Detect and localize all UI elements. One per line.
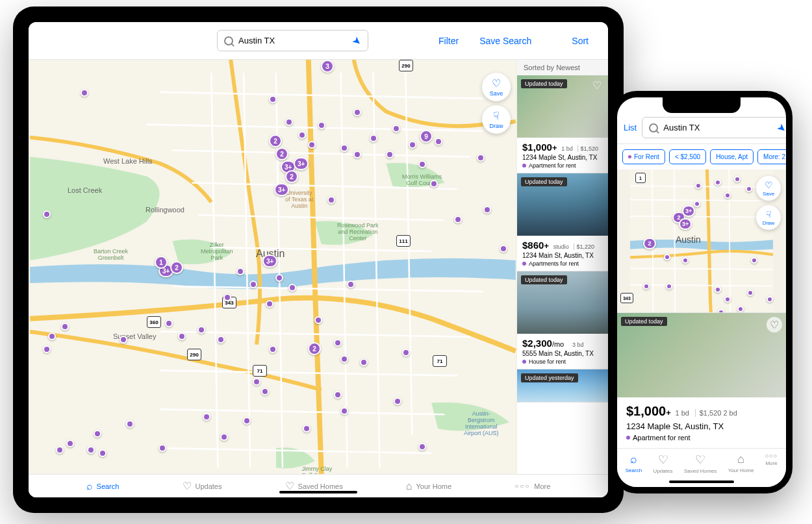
map-pin[interactable] (269, 95, 277, 103)
map-cluster[interactable]: 3 (321, 60, 334, 73)
map-pin[interactable] (269, 345, 277, 353)
nav-your-home[interactable]: ⌂Your Home (406, 480, 451, 492)
map-pin[interactable] (418, 160, 426, 168)
map-save-button[interactable]: ♡ Save (482, 73, 511, 101)
map-pin[interactable] (66, 440, 74, 447)
map-pin[interactable] (694, 201, 700, 207)
filter-button[interactable]: Filter (432, 36, 465, 46)
map-pin[interactable] (751, 257, 757, 264)
listing-card[interactable]: Updated today $2,300/mo 3 bd 5555 Main S… (517, 271, 608, 369)
map-pin[interactable] (392, 125, 400, 132)
map-pin[interactable] (203, 413, 210, 421)
map-pin[interactable] (56, 446, 64, 454)
map-pin[interactable] (261, 388, 269, 395)
listing-card[interactable]: Updated today $860+ studio $1,220 1234 M… (517, 173, 608, 271)
map-pin[interactable] (666, 283, 672, 290)
map-pin[interactable] (454, 216, 462, 223)
map-cluster[interactable]: 2 (275, 147, 288, 160)
map-cluster[interactable]: 3+ (682, 205, 695, 217)
nav-updates[interactable]: ♡Updates (653, 453, 673, 474)
map-pin[interactable] (715, 286, 721, 293)
map-pin[interactable] (430, 180, 438, 188)
map-pin[interactable] (178, 332, 186, 340)
map-pin[interactable] (236, 268, 244, 275)
nav-search[interactable]: ⌕Search (86, 480, 120, 492)
map-pin[interactable] (61, 323, 69, 331)
map-cluster[interactable]: 3+ (679, 218, 692, 230)
map-pin[interactable] (682, 257, 689, 264)
map-pin[interactable] (94, 430, 101, 438)
map-cluster[interactable]: 9 (420, 130, 433, 143)
map-pin[interactable] (165, 319, 173, 327)
map-cluster[interactable]: 3+ (294, 157, 309, 170)
chip-price[interactable]: < $2,500 (669, 149, 706, 164)
map-pin[interactable] (715, 179, 721, 186)
map-pin[interactable] (159, 444, 166, 452)
map-pin[interactable] (347, 281, 355, 288)
map-pin[interactable] (500, 245, 507, 253)
map-pin[interactable] (249, 281, 257, 288)
search-input[interactable] (238, 36, 348, 45)
map-pin[interactable] (386, 151, 394, 158)
map-cluster[interactable]: 3+ (274, 183, 289, 196)
nav-more[interactable]: ○○○More (514, 482, 550, 490)
iphone-listing-card[interactable]: Updated today ♡ $1,000+ 1 bd $1,520 2 bd… (617, 312, 786, 448)
map-pin[interactable] (370, 134, 377, 142)
map-pin[interactable] (327, 196, 335, 204)
map-cluster[interactable]: 2 (308, 342, 321, 355)
map-pin[interactable] (308, 141, 316, 149)
map-pin[interactable] (99, 449, 107, 457)
map-pin[interactable] (409, 141, 416, 149)
search-box[interactable]: ➤ (642, 117, 786, 138)
map-pin[interactable] (223, 293, 231, 301)
map-pin[interactable] (340, 407, 348, 415)
map-pin[interactable] (48, 332, 56, 340)
listing-card[interactable]: Updated yesterday (517, 369, 608, 403)
map-pin[interactable] (360, 358, 368, 366)
map-pin[interactable] (643, 283, 650, 290)
map-pin[interactable] (43, 210, 51, 218)
map-cluster[interactable]: 1 (155, 256, 168, 269)
iphone-map[interactable]: Austin 343 1 2 3+ 3+ 2 ♡ Save ☟ Draw (617, 169, 786, 312)
nav-updates[interactable]: ♡Updates (183, 480, 222, 492)
map-pin[interactable] (318, 121, 325, 129)
location-arrow-icon[interactable]: ➤ (349, 33, 364, 48)
map-pin[interactable] (435, 138, 442, 145)
nav-your-home[interactable]: ⌂Your Home (728, 453, 754, 474)
map-pin[interactable] (288, 284, 296, 292)
map-pin[interactable] (126, 420, 134, 428)
ipad-map[interactable]: Austin West Lake Hills Lost Creek Rollin… (29, 60, 517, 474)
map-pin[interactable] (402, 349, 410, 356)
map-pin[interactable] (340, 355, 348, 363)
map-cluster[interactable]: 2 (269, 134, 282, 147)
map-pin[interactable] (43, 345, 51, 353)
map-pin[interactable] (724, 192, 731, 199)
map-draw-button[interactable]: ☟ Draw (756, 205, 781, 230)
map-pin[interactable] (734, 176, 741, 182)
map-pin[interactable] (418, 443, 426, 451)
nav-search[interactable]: ⌕Search (626, 453, 642, 474)
map-pin[interactable] (243, 417, 251, 425)
map-pin[interactable] (724, 296, 731, 303)
chip-more[interactable]: More: 2 (757, 149, 786, 164)
map-pin[interactable] (120, 336, 127, 343)
map-pin[interactable] (340, 144, 348, 152)
map-pin[interactable] (298, 131, 306, 139)
map-pin[interactable] (746, 186, 752, 192)
nav-more[interactable]: ○○○More (765, 453, 778, 474)
list-button[interactable]: List (624, 123, 637, 132)
search-box[interactable]: ➤ (217, 30, 368, 51)
map-save-button[interactable]: ♡ Save (756, 176, 781, 201)
map-pin[interactable] (737, 306, 744, 312)
map-pin[interactable] (353, 108, 361, 116)
map-pin[interactable] (483, 206, 491, 214)
map-pin[interactable] (353, 151, 361, 158)
map-pin[interactable] (334, 339, 342, 347)
map-pin[interactable] (394, 397, 401, 405)
map-pin[interactable] (253, 378, 260, 386)
save-search-button[interactable]: Save Search (473, 36, 538, 46)
map-pin[interactable] (477, 154, 485, 162)
chip-for-rent[interactable]: For Rent (622, 149, 665, 164)
map-cluster[interactable]: 2 (285, 170, 298, 183)
map-pin[interactable] (220, 433, 228, 441)
